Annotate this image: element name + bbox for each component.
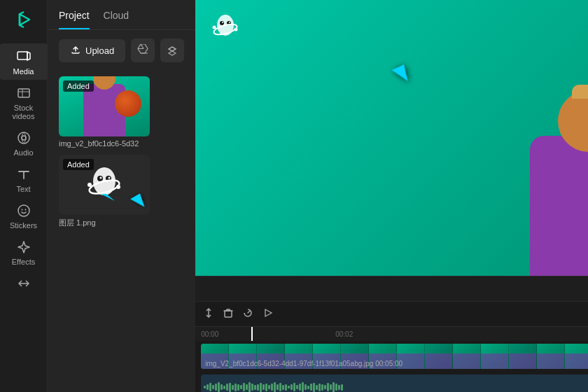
svg-point-20 xyxy=(116,185,120,189)
wave-bar xyxy=(307,386,309,389)
wave-bar xyxy=(330,384,332,390)
wave-bar xyxy=(332,382,335,393)
svg-rect-30 xyxy=(225,311,232,317)
svg-point-6 xyxy=(18,132,29,144)
media-grid: Added img_v2_bf0c1dc6-5d32 xyxy=(48,71,195,234)
effects-icon xyxy=(16,239,31,255)
panel: Project Cloud Upload xyxy=(48,0,195,392)
frame-13 xyxy=(565,344,588,369)
timeline-tracks: img_V2_bf0c1dc6-5d32-4dd1-97df-1f13f01a0… xyxy=(195,341,588,392)
wave-bar xyxy=(324,385,326,389)
google-drive-button[interactable] xyxy=(131,38,155,62)
wave-bar xyxy=(251,384,253,391)
frame-11 xyxy=(509,344,537,369)
svg-point-28 xyxy=(234,28,238,31)
media-thumb-person: Added xyxy=(59,76,150,136)
timeline-delete-button[interactable] xyxy=(220,305,236,323)
audio-track xyxy=(195,372,588,392)
frame-10 xyxy=(481,344,509,369)
wave-bar xyxy=(237,384,239,391)
svg-marker-4 xyxy=(27,52,30,60)
wave-bar xyxy=(302,382,304,392)
sidebar-item-label-stickers: Stickers xyxy=(10,221,37,230)
wave-bar xyxy=(335,384,337,391)
panel-toolbar: Upload xyxy=(48,30,195,71)
sidebar-item-audio[interactable]: Audio xyxy=(0,125,48,161)
wave-bar xyxy=(304,384,307,390)
media-label-1: img_v2_bf0c1dc6-5d32 xyxy=(59,139,150,148)
wave-bar xyxy=(232,385,234,390)
svg-point-25 xyxy=(229,22,230,23)
wave-bar xyxy=(321,384,323,391)
timeline: 00:00:19 / 2:21:02 00:00 00:02 xyxy=(195,301,588,392)
wave-bar xyxy=(218,382,220,392)
sidebar-item-stickers[interactable]: Stickers xyxy=(0,197,48,234)
sidebar-item-transitions[interactable] xyxy=(0,270,48,295)
svg-point-16 xyxy=(108,177,111,179)
media-item-person[interactable]: Added img_v2_bf0c1dc6-5d32 xyxy=(59,76,150,148)
svg-point-15 xyxy=(100,177,102,179)
wave-bar xyxy=(285,384,287,391)
wave-bar xyxy=(223,386,225,389)
video-track-label: img_V2_bf0c1dc6-5d32-4dd1-97df-1f13f01a0… xyxy=(205,360,402,368)
frame-12 xyxy=(537,344,565,369)
svg-point-27 xyxy=(213,26,216,29)
upload-button[interactable]: Upload xyxy=(59,39,125,62)
svg-point-10 xyxy=(24,209,26,211)
preview-watermark xyxy=(208,10,243,50)
wave-bar xyxy=(279,383,281,391)
wave-bar xyxy=(318,384,321,391)
tab-cloud[interactable]: Cloud xyxy=(104,10,130,29)
audio-track-content[interactable] xyxy=(201,374,588,392)
added-badge-1: Added xyxy=(63,80,94,92)
svg-rect-3 xyxy=(18,52,27,59)
wave-bar xyxy=(288,386,290,388)
media-item-png[interactable]: Added 图层 1.png xyxy=(59,155,150,228)
dropbox-button[interactable] xyxy=(160,38,184,62)
timeline-speed-button[interactable] xyxy=(240,305,255,323)
wave-bar xyxy=(234,384,237,391)
text-icon xyxy=(16,167,31,182)
sidebar-item-label-media: Media xyxy=(13,67,34,76)
svg-point-22 xyxy=(220,21,224,25)
svg-point-9 xyxy=(21,209,22,211)
sidebar-item-media[interactable]: Media xyxy=(0,43,48,80)
tab-project[interactable]: Project xyxy=(59,10,90,29)
sidebar-item-label-audio: Audio xyxy=(13,148,33,157)
wave-bar xyxy=(282,385,284,390)
wave-bar xyxy=(260,383,262,392)
sidebar-item-label-effects: Effects xyxy=(12,258,35,266)
sidebar-item-stock-videos[interactable]: Stock videos xyxy=(0,80,48,125)
timeline-toolbar: 00:00:19 / 2:21:02 xyxy=(195,302,588,327)
wave-bar xyxy=(212,385,214,389)
svg-line-2 xyxy=(20,25,24,27)
video-track-content[interactable]: img_V2_bf0c1dc6-5d32-4dd1-97df-1f13f01a0… xyxy=(201,344,588,369)
sidebar-item-text[interactable]: Text xyxy=(0,161,48,197)
video-track: img_V2_bf0c1dc6-5d32-4dd1-97df-1f13f01a0… xyxy=(195,341,588,372)
stickers-icon xyxy=(16,203,31,218)
added-badge-2: Added xyxy=(63,159,94,170)
wave-bar xyxy=(257,384,259,391)
media-icon xyxy=(16,49,31,64)
svg-point-24 xyxy=(222,22,223,23)
timeline-playhead[interactable] xyxy=(251,327,253,341)
ruler-mark-start: 00:00 xyxy=(201,330,218,338)
svg-rect-5 xyxy=(18,89,29,97)
svg-marker-32 xyxy=(265,309,272,316)
frame-8 xyxy=(425,344,453,369)
frame-9 xyxy=(453,344,481,369)
svg-point-8 xyxy=(18,205,29,216)
wave-bar xyxy=(248,382,251,393)
upload-icon xyxy=(70,44,81,57)
wave-bar xyxy=(296,385,298,389)
wave-bar xyxy=(209,383,211,391)
timeline-play-button[interactable] xyxy=(260,304,276,324)
svg-marker-18 xyxy=(101,194,115,201)
timeline-split-button[interactable] xyxy=(201,305,216,323)
wave-bar xyxy=(276,384,279,390)
wave-bar xyxy=(310,384,312,391)
sidebar: Media Stock videos Audio xyxy=(0,0,48,392)
wave-bar xyxy=(254,385,256,390)
sidebar-item-effects[interactable]: Effects xyxy=(0,234,48,270)
audio-icon xyxy=(16,130,31,146)
